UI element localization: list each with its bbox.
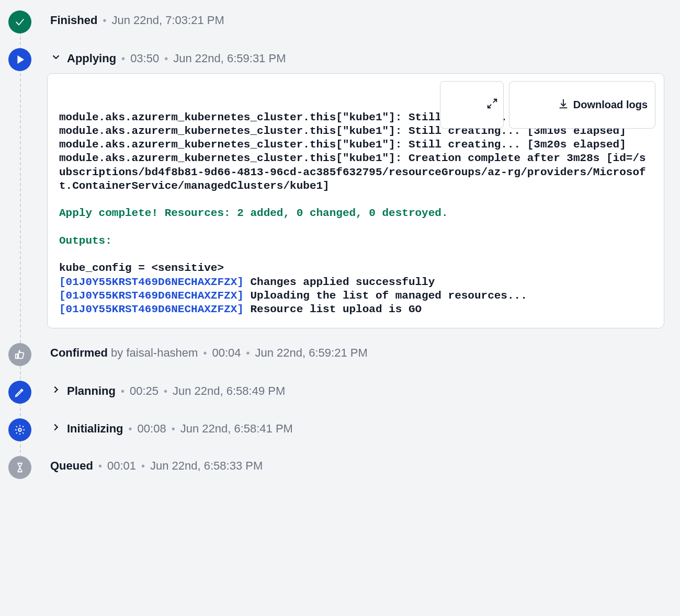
step-title: Confirmed by faisal-hashem [50, 346, 198, 360]
thumbs-up-icon [8, 343, 31, 366]
step-title: Queued [50, 459, 93, 473]
hourglass-icon [8, 456, 31, 479]
step-title: Finished [50, 14, 97, 27]
pencil-icon [8, 381, 31, 404]
log-line: [01J0Y55KRST469D6NECHAXZFZX] Changes app… [59, 276, 435, 288]
log-tag: [01J0Y55KRST469D6NECHAXZFZX] [59, 276, 244, 288]
step-duration: 00:01 [107, 459, 136, 473]
separator-dot: • [129, 423, 132, 435]
step-applying: Applying • 03:50 • Jun 22nd, 6:59:31 PM [8, 48, 664, 328]
step-duration: 00:04 [212, 346, 241, 360]
separator-dot: • [172, 423, 175, 435]
log-msg: Changes applied successfully [244, 276, 435, 288]
svg-line-2 [488, 105, 491, 108]
chevron-down-icon[interactable] [50, 51, 62, 66]
separator-dot: • [246, 347, 250, 359]
step-header-applying[interactable]: Applying • 03:50 • Jun 22nd, 6:59:31 PM [50, 51, 664, 66]
separator-dot: • [103, 15, 106, 27]
gear-icon [8, 418, 31, 441]
play-icon [8, 48, 31, 71]
step-confirmed: Confirmed by faisal-hashem • 00:04 • Jun… [8, 343, 664, 366]
separator-dot: • [164, 53, 168, 65]
step-timestamp: Jun 22nd, 7:03:21 PM [111, 14, 224, 27]
log-line: module.aks.azurerm_kubernetes_cluster.th… [59, 139, 626, 151]
step-timestamp: Jun 22nd, 6:58:41 PM [180, 422, 293, 436]
step-title: Planning [67, 384, 116, 398]
separator-dot: • [164, 385, 167, 397]
log-line: Outputs: [59, 235, 112, 247]
separator-dot: • [121, 53, 125, 65]
step-title: Applying [67, 52, 116, 65]
step-queued: Queued • 00:01 • Jun 22nd, 6:58:33 PM [8, 456, 664, 479]
step-header-queued: Queued • 00:01 • Jun 22nd, 6:58:33 PM [50, 459, 664, 473]
expand-button[interactable] [440, 81, 504, 129]
confirmed-user: faisal-hashem [126, 346, 198, 359]
step-title: Initializing [67, 422, 123, 436]
step-timestamp: Jun 22nd, 6:58:49 PM [173, 384, 285, 398]
step-timestamp: Jun 22nd, 6:59:31 PM [173, 52, 286, 65]
download-logs-label: Download logs [573, 99, 648, 111]
log-tag: [01J0Y55KRST469D6NECHAXZFZX] [59, 290, 244, 302]
step-timestamp: Jun 22nd, 6:59:21 PM [255, 346, 368, 360]
log-line: [01J0Y55KRST469D6NECHAXZFZX] Uploading t… [59, 290, 527, 302]
run-timeline: Finished • Jun 22nd, 7:03:21 PM Applying… [8, 10, 664, 479]
step-initializing: Initializing • 00:08 • Jun 22nd, 6:58:41… [8, 418, 664, 441]
separator-dot: • [121, 385, 124, 397]
download-logs-button[interactable]: Download logs [509, 81, 655, 129]
step-header-confirmed: Confirmed by faisal-hashem • 00:04 • Jun… [50, 346, 664, 360]
step-duration: 00:25 [130, 384, 158, 398]
step-timestamp: Jun 22nd, 6:58:33 PM [150, 459, 263, 473]
step-header-initializing[interactable]: Initializing • 00:08 • Jun 22nd, 6:58:41… [50, 421, 664, 436]
download-icon [517, 86, 569, 124]
log-tag: [01J0Y55KRST469D6NECHAXZFZX] [59, 303, 244, 315]
step-header-planning[interactable]: Planning • 00:25 • Jun 22nd, 6:58:49 PM [50, 384, 664, 398]
step-duration: 00:08 [138, 422, 166, 436]
log-msg: Resource list upload is GO [244, 303, 422, 315]
log-line: module.aks.azurerm_kubernetes_cluster.th… [59, 152, 646, 192]
log-panel: Download logs module.aks.azurerm_kuberne… [47, 73, 664, 328]
chevron-right-icon[interactable] [50, 421, 62, 436]
chevron-right-icon[interactable] [50, 384, 62, 398]
log-line: Apply complete! Resources: 2 added, 0 ch… [59, 207, 448, 219]
svg-point-3 [18, 429, 21, 432]
step-finished: Finished • Jun 22nd, 7:03:21 PM [8, 10, 664, 33]
step-header-finished: Finished • Jun 22nd, 7:03:21 PM [50, 14, 664, 27]
log-msg: Uploading the list of managed resources.… [244, 290, 527, 302]
separator-dot: • [141, 460, 145, 472]
svg-marker-0 [18, 56, 23, 63]
separator-dot: • [98, 460, 102, 472]
separator-dot: • [203, 347, 207, 359]
check-icon [8, 10, 31, 33]
svg-line-1 [493, 99, 496, 102]
step-planning: Planning • 00:25 • Jun 22nd, 6:58:49 PM [8, 381, 664, 404]
step-duration: 03:50 [130, 52, 159, 65]
log-line: kube_config = <sensitive> [59, 262, 224, 274]
log-line: [01J0Y55KRST469D6NECHAXZFZX] Resource li… [59, 303, 422, 315]
expand-icon [446, 86, 498, 124]
